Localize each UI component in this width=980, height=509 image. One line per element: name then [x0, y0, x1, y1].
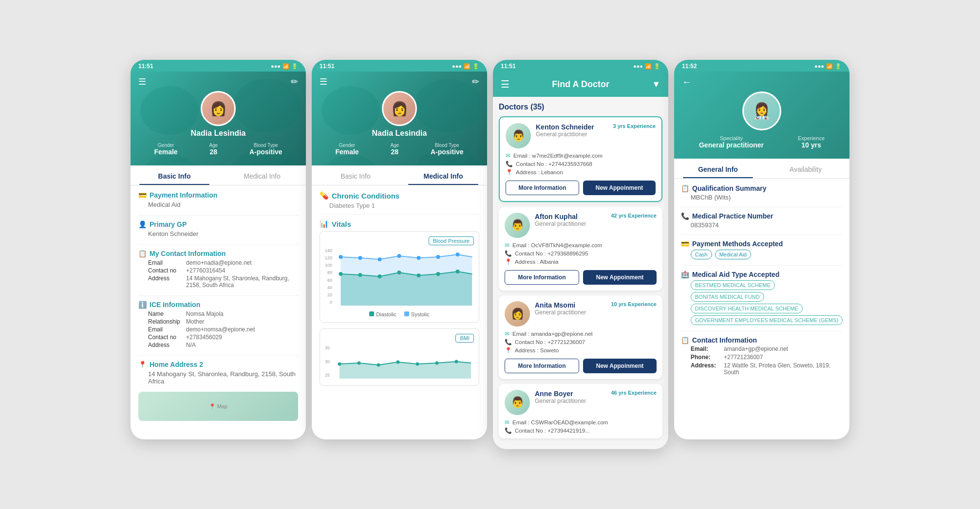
svg-point-19: [358, 362, 361, 365]
doctor-card-top-0: 👨 Kenton Schneider General practitioner …: [506, 123, 656, 148]
medical-aid-badges-2: BONITAS MEDICAL FUND: [691, 292, 843, 302]
doctor-info-3: Anne Boyer General practitioner: [535, 390, 606, 404]
edit-icon-1[interactable]: ✏: [291, 76, 298, 87]
battery-icon-3: 🔋: [654, 63, 660, 70]
doctor-card-0: 👨 Kenton Schneider General practitioner …: [499, 116, 662, 202]
detail-section-contact: 📋 Contact Information Email: amanda+gp@e…: [681, 336, 843, 376]
status-bar-2: 11:51 ●●● 📶 🔋: [312, 60, 487, 72]
screen-2-medical-info: 11:51 ●●● 📶 🔋 ☰ ✏ 👩 Nadia Lesindia Gende…: [312, 60, 487, 439]
hamburger-icon-2[interactable]: ☰: [320, 76, 327, 87]
mpn-value: 08359374: [691, 221, 843, 229]
svg-point-23: [435, 362, 439, 365]
mpn-title: 📞 Medical Practice Number: [681, 212, 843, 220]
qual-value: MBChB (Wits): [691, 194, 843, 201]
address-icon-2: 📍: [505, 347, 512, 354]
experience-1: 42 yrs Experience: [611, 213, 657, 218]
screens-container: 11:51 ●●● 📶 🔋 ☰ ✏ 👩 Nadia Lesindia Gende…: [131, 60, 849, 449]
doc-phone-1: 📞 Contact No : +279368896295: [505, 250, 657, 257]
home-icon: 📍: [138, 361, 147, 368]
svg-point-11: [358, 273, 362, 277]
ice-icon: ℹ️: [138, 301, 147, 309]
time-3: 11:51: [501, 63, 516, 70]
section-payment: 💳 Payment Information Medical Aid: [138, 191, 298, 208]
status-bar-1: 11:51 ●●● 📶 🔋: [131, 60, 306, 72]
qual-icon: 📋: [681, 184, 689, 192]
contact-address-row-4: Address: 12 Wattle St, Protea Glen, Sowe…: [691, 362, 843, 376]
svg-point-4: [358, 256, 362, 260]
contact-email-row-4: Email: amanda+gp@epione.net: [691, 345, 843, 352]
home-value: 14 Mahogany St, Sharonlea, Randburg, 215…: [148, 370, 298, 385]
bp-legend: Diastolic Systolic: [325, 311, 474, 317]
hamburger-icon-1[interactable]: ☰: [138, 76, 146, 87]
doc-email-1: ✉ Email : OcVF8lTkN4@example.com: [505, 242, 657, 249]
doctor-card-2: 👩 Anita Msomi General practitioner 10 yr…: [499, 295, 662, 379]
edit-icon-2[interactable]: ✏: [472, 76, 479, 87]
avatar-1: 👩: [201, 91, 236, 126]
signal-icon-4: ●●●: [814, 63, 824, 69]
status-bar-4: 11:52 ●●● 📶 🔋: [674, 60, 849, 72]
detail-section-medical-aid: 🏥 Medical Aid Type Accepted BESTMED MEDI…: [681, 271, 843, 325]
section-title-gp: 👤 Primary GP: [138, 220, 298, 228]
more-info-btn-1[interactable]: More Information: [505, 270, 579, 285]
status-bar-3: 11:51 ●●● 📶 🔋: [493, 60, 668, 72]
svg-point-7: [417, 256, 421, 260]
doctor-name-0: Kenton Schneider: [536, 123, 608, 131]
bp-chart-area: [334, 247, 474, 308]
filter-icon[interactable]: ▼: [652, 79, 660, 90]
more-info-btn-2[interactable]: More Information: [505, 359, 579, 373]
tabs-row-4: General Info Availability: [674, 159, 849, 179]
new-appt-btn-0[interactable]: New Appoinment: [583, 181, 656, 195]
doctor-detail-avatar: 👩‍⚕️: [742, 91, 781, 130]
hamburger-icon-3[interactable]: ☰: [501, 78, 509, 90]
doc-address-2: 📍 Address : Soweto: [505, 347, 657, 354]
new-appt-btn-1[interactable]: New Appoinment: [583, 270, 657, 285]
contact-phone-row-4: Phone: +27721236007: [691, 354, 843, 361]
time-2: 11:51: [320, 63, 335, 70]
tab-medical-info-2[interactable]: Medical Info: [399, 165, 487, 185]
svg-point-24: [455, 360, 458, 364]
gp-value: Kenton Schneider: [148, 230, 298, 237]
detail-section-payment: 💳 Payment Methods Accepted Cash Medical …: [681, 240, 843, 259]
svg-point-20: [377, 364, 380, 367]
vitals-title: 📊 Vitals: [320, 219, 479, 228]
section-ice: ℹ️ ICE Information Name Nomsa Majola Rel…: [138, 301, 298, 348]
contact-phone-row: Contact no +27760316454: [148, 267, 298, 274]
find-title: Find A Doctor: [509, 79, 652, 90]
tab-general-info[interactable]: General Info: [674, 159, 762, 178]
chronic-icon: 💊: [320, 191, 329, 200]
time-4: 11:52: [682, 63, 697, 70]
divider-2: [138, 244, 298, 245]
medical-aid-badges: BESTMED MEDICAL SCHEME: [691, 280, 843, 290]
experience-0: 3 yrs Experience: [613, 123, 656, 129]
section-home-address: 📍 Home Address 2 14 Mahogany St, Sharonl…: [138, 361, 298, 385]
email-icon-2: ✉: [505, 330, 509, 337]
doctor-avatar-2: 👩: [505, 301, 530, 327]
email-icon-1: ✉: [505, 242, 509, 249]
tab-basic-info-2[interactable]: Basic Info: [312, 165, 399, 185]
svg-point-6: [397, 254, 401, 258]
doctor-specialty-2: General practitioner: [535, 309, 606, 316]
bmi-chart-container: BMI 35 30 25: [320, 328, 479, 386]
svg-point-5: [378, 257, 382, 261]
back-icon[interactable]: ←: [682, 76, 692, 88]
contact-title-4: 📋 Contact Information: [681, 336, 843, 344]
tab-medical-info-1[interactable]: Medical Info: [218, 165, 306, 185]
svg-point-10: [339, 272, 343, 276]
section-title-payment: 💳 Payment Information: [138, 191, 298, 199]
more-info-btn-0[interactable]: More Information: [506, 181, 579, 195]
bmi-chart-area: [332, 345, 474, 381]
medical-aid-badges-3: DISCOVERY HEALTH MEDICAL SCHEME: [691, 304, 843, 313]
status-icons-3: ●●● 📶 🔋: [633, 63, 660, 70]
screen-1-basic-info: 11:51 ●●● 📶 🔋 ☰ ✏ 👩 Nadia Lesindia Gende…: [131, 60, 306, 439]
tab-basic-info-1[interactable]: Basic Info: [131, 165, 218, 185]
new-appt-btn-2[interactable]: New Appoinment: [583, 359, 657, 373]
svg-point-14: [417, 273, 421, 277]
avatar-container-1: 👩 Nadia Lesindia: [138, 91, 298, 138]
svg-point-21: [396, 361, 400, 364]
doctor-detail-header: ← 👩‍⚕️ Speciality General practitioner E…: [674, 72, 849, 159]
doctor-avatar-3: 👨: [505, 390, 530, 415]
badge-gems: GOVERNMENT EMPLOYEES MEDICAL SCHEME (GEM…: [691, 315, 843, 325]
avatar-container-2: 👩 Nadia Lesindia: [320, 91, 479, 138]
divider-vitals: [320, 214, 479, 215]
tab-availability[interactable]: Availability: [762, 159, 849, 178]
